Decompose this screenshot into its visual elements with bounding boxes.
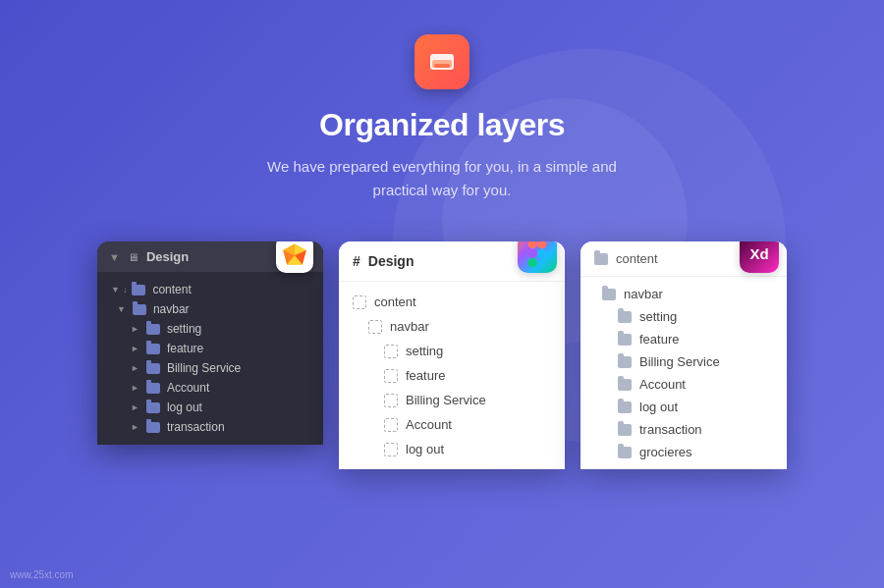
figma-frame-icon (353, 295, 366, 309)
xd-folder-icon-grocieres (618, 447, 632, 458)
xd-account-label: Account (639, 377, 686, 392)
figma-tree-billing-service[interactable]: Billing Service (339, 388, 565, 412)
xd-folder-icon-feature (618, 334, 632, 346)
page-content: Organized layers We have prepared everyt… (0, 0, 884, 469)
xd-panel-title: content (616, 251, 658, 266)
xd-tree-logout[interactable]: log out (580, 396, 787, 418)
svg-rect-13 (528, 258, 538, 267)
xd-folder-icon-account (618, 379, 632, 391)
figma-tree-feature[interactable]: feature (339, 363, 565, 388)
xd-folder-icon-navbar (602, 289, 616, 300)
xd-tree: navbar setting feature Billing Service A… (580, 277, 787, 469)
figma-tree-logout[interactable]: log out (339, 437, 565, 461)
figma-hash-icon: # (353, 253, 360, 269)
figma-frame-icon-3 (384, 345, 398, 358)
sketch-panel-title: Design (146, 249, 189, 264)
figma-frame-icon-2 (368, 320, 382, 334)
app-icon (414, 34, 470, 89)
sketch-tree: ▼ ↓ content ▼ navbar ► setting (97, 272, 323, 445)
figma-frame-icon-4 (384, 369, 398, 383)
xd-folder-icon-logout (618, 401, 632, 413)
xd-tree-setting[interactable]: setting (580, 305, 787, 328)
sketch-tree-transaction[interactable]: ► transaction (97, 417, 323, 437)
xd-tree-billing-service[interactable]: Billing Service (580, 350, 787, 373)
hero-title: Organized layers (319, 107, 565, 143)
sketch-tree-navbar[interactable]: ▼ navbar (97, 299, 323, 319)
xd-tree-account[interactable]: Account (580, 373, 787, 396)
svg-rect-12 (537, 249, 547, 259)
xd-folder-icon-billing (618, 356, 632, 368)
xd-folder-header-icon (594, 253, 608, 265)
hero-subtitle: We have prepared everything for you, in … (265, 155, 619, 202)
xd-badge: Xd (740, 241, 779, 273)
sketch-panel-header: ▼ 🖥 Design (97, 241, 323, 272)
sketch-tree-content[interactable]: ▼ ↓ content (97, 280, 323, 299)
figma-badge (518, 241, 557, 273)
figma-tree-navbar[interactable]: navbar (339, 314, 565, 339)
sketch-tree-setting[interactable]: ► setting (97, 319, 323, 339)
figma-panel-header: # Design (339, 241, 565, 282)
figma-panel-title: Design (368, 253, 414, 269)
xd-tree-grocieres[interactable]: grocieres (580, 441, 787, 463)
watermark: www.25xt.com (10, 569, 73, 580)
figma-frame-icon-7 (384, 443, 398, 456)
xd-panel-header: content Xd (580, 241, 787, 277)
svg-rect-9 (528, 241, 538, 249)
sketch-badge (276, 241, 313, 273)
sketch-panel: ▼ 🖥 Design (97, 241, 323, 445)
sketch-tree-feature[interactable]: ► feature (97, 339, 323, 358)
xd-billing-service-label: Billing Service (639, 354, 720, 369)
sketch-tree-logout[interactable]: ► log out (97, 398, 323, 417)
figma-frame-icon-5 (384, 394, 398, 407)
figma-tree-account[interactable]: Account (339, 412, 565, 437)
xd-folder-icon-setting (618, 311, 632, 323)
figma-tree-content[interactable]: content (339, 290, 565, 314)
xd-tree-feature[interactable]: feature (580, 328, 787, 350)
xd-tree-transaction[interactable]: transaction (580, 418, 787, 441)
svg-rect-2 (434, 64, 450, 68)
panels-row: ▼ 🖥 Design (0, 241, 884, 469)
figma-panel: # Design content (339, 241, 565, 469)
figma-tree: content navbar setting feature Billing S… (339, 282, 565, 469)
xd-panel: content Xd navbar setting feature (580, 241, 787, 469)
xd-folder-icon-transaction (618, 424, 632, 436)
xd-badge-label: Xd (749, 245, 768, 262)
svg-rect-11 (528, 249, 538, 259)
figma-frame-icon-6 (384, 418, 398, 432)
figma-tree-setting[interactable]: setting (339, 339, 565, 363)
xd-tree-navbar[interactable]: navbar (580, 283, 787, 305)
sketch-tree-billing-service[interactable]: ► Billing Service (97, 358, 323, 378)
svg-rect-10 (537, 241, 547, 249)
sketch-tree-account[interactable]: ► Account (97, 378, 323, 398)
